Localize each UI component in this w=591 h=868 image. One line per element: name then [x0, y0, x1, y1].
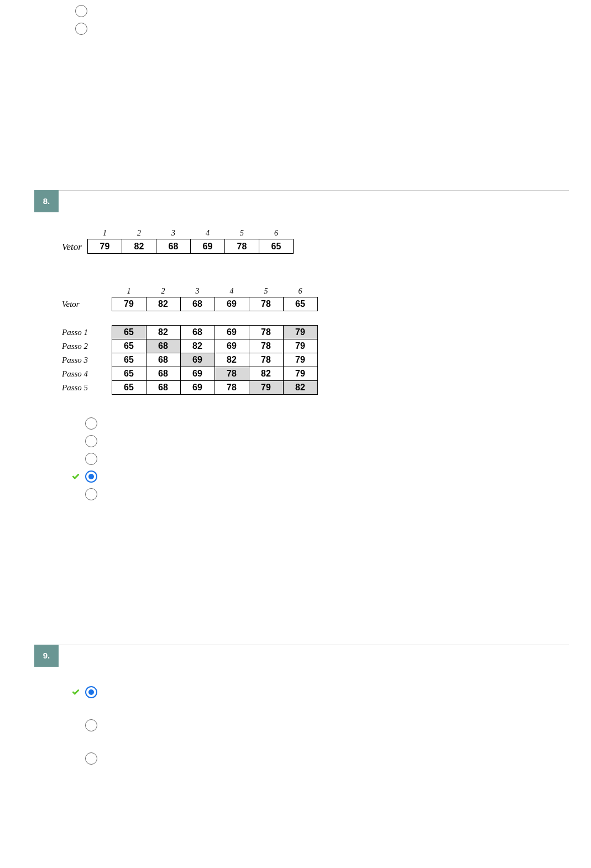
option-row[interactable]: [72, 435, 569, 448]
question-9-options: [62, 667, 569, 765]
step-cell: 82: [283, 381, 317, 395]
option-row[interactable]: [72, 488, 569, 501]
column-index: 6: [259, 229, 293, 239]
option-row[interactable]: [72, 686, 569, 699]
option-row[interactable]: [72, 752, 569, 765]
radio-button[interactable]: [85, 719, 97, 731]
step-cell: 69: [180, 381, 215, 395]
step-cell: 78: [249, 326, 283, 339]
question-9: 9.: [34, 645, 569, 765]
step-row-label: Passo 4: [62, 367, 112, 381]
vetor-cell: 79: [112, 297, 146, 311]
step-cell: 79: [283, 367, 317, 381]
steps-table: 123456 Vetor798268697865Passo 1658268697…: [62, 287, 318, 395]
correct-check-icon: [72, 688, 80, 696]
step-cell: 79: [283, 339, 317, 353]
option-row[interactable]: [72, 470, 569, 483]
step-cell: 69: [180, 353, 215, 367]
radio-button[interactable]: [85, 470, 97, 483]
step-cell: 65: [112, 367, 146, 381]
radio-button[interactable]: [85, 752, 97, 765]
radio-button[interactable]: [85, 453, 97, 465]
step-cell: 78: [249, 353, 283, 367]
vetor-initial-table: 123456 798268697865: [87, 229, 294, 254]
vetor-cell: 65: [283, 297, 317, 311]
column-index: 4: [190, 229, 224, 239]
step-cell: 82: [146, 326, 180, 339]
step-cell: 65: [112, 339, 146, 353]
column-index: 2: [122, 229, 156, 239]
question-number-badge: 8.: [34, 190, 59, 212]
step-cell: 69: [215, 339, 249, 353]
option-row[interactable]: [72, 452, 569, 466]
radio-button[interactable]: [85, 417, 97, 430]
vetor-cell: 68: [180, 297, 215, 311]
vetor-cell: 69: [215, 297, 249, 311]
steps-wrap: 123456 Vetor798268697865Passo 1658268697…: [62, 287, 569, 395]
option-row[interactable]: [62, 4, 569, 18]
vetor-cell: 69: [190, 239, 224, 254]
step-cell: 82: [180, 339, 215, 353]
question-number-badge: 9.: [34, 645, 59, 667]
step-cell: 68: [180, 326, 215, 339]
step-cell: 68: [146, 353, 180, 367]
step-cell: 82: [215, 353, 249, 367]
step-cell: 82: [249, 367, 283, 381]
question-8-content: Vetor 123456 798268697865 123456 Vetor79…: [34, 212, 569, 501]
vetor-cell: 79: [87, 239, 122, 254]
step-cell: 79: [283, 353, 317, 367]
option-row[interactable]: [62, 22, 569, 35]
radio-dot: [88, 689, 94, 695]
vetor-cell: 78: [249, 297, 283, 311]
step-cell: 68: [146, 381, 180, 395]
vetor-row-label: Vetor: [62, 297, 112, 311]
vetor-cell: 82: [146, 297, 180, 311]
step-cell: 65: [112, 326, 146, 339]
radio-button[interactable]: [75, 23, 87, 35]
vetor-cell: 68: [156, 239, 190, 254]
step-row-label: Passo 5: [62, 381, 112, 395]
question-8-options: [62, 395, 569, 501]
step-cell: 68: [146, 367, 180, 381]
question-9-content: [34, 667, 569, 765]
option-row[interactable]: [72, 417, 569, 430]
vetor-label: Vetor: [62, 242, 87, 254]
column-index: 3: [156, 229, 190, 239]
vetor-cell: 82: [122, 239, 156, 254]
step-cell: 69: [215, 326, 249, 339]
column-index: 3: [180, 287, 215, 297]
step-cell: 68: [146, 339, 180, 353]
step-cell: 65: [112, 353, 146, 367]
radio-button[interactable]: [85, 686, 97, 698]
previous-question-options-tail: [34, 0, 569, 35]
option-row[interactable]: [72, 719, 569, 732]
column-index: 4: [215, 287, 249, 297]
column-index: 2: [146, 287, 180, 297]
page-container: 8. Vetor 123456 798268697865 123456 Veto…: [0, 0, 591, 868]
column-index: 1: [87, 229, 122, 239]
column-index: 5: [224, 229, 259, 239]
column-index: 6: [283, 287, 317, 297]
step-row-label: Passo 2: [62, 339, 112, 353]
radio-button[interactable]: [85, 435, 97, 447]
spacer: [62, 311, 317, 326]
radio-button[interactable]: [75, 5, 87, 17]
column-index: 1: [112, 287, 146, 297]
step-cell: 79: [249, 381, 283, 395]
radio-dot: [88, 474, 94, 479]
step-cell: 78: [215, 367, 249, 381]
column-index: 5: [249, 287, 283, 297]
vetor-cell: 65: [259, 239, 293, 254]
vetor-cell: 78: [224, 239, 259, 254]
vetor-initial-wrap: Vetor 123456 798268697865: [62, 229, 569, 254]
correct-check-icon: [72, 473, 80, 480]
step-cell: 69: [180, 367, 215, 381]
step-cell: 78: [249, 339, 283, 353]
step-row-label: Passo 3: [62, 353, 112, 367]
question-8: 8. Vetor 123456 798268697865 123456 Veto…: [34, 191, 569, 501]
step-cell: 79: [283, 326, 317, 339]
radio-button[interactable]: [85, 488, 97, 500]
step-row-label: Passo 1: [62, 326, 112, 339]
step-cell: 65: [112, 381, 146, 395]
step-cell: 78: [215, 381, 249, 395]
